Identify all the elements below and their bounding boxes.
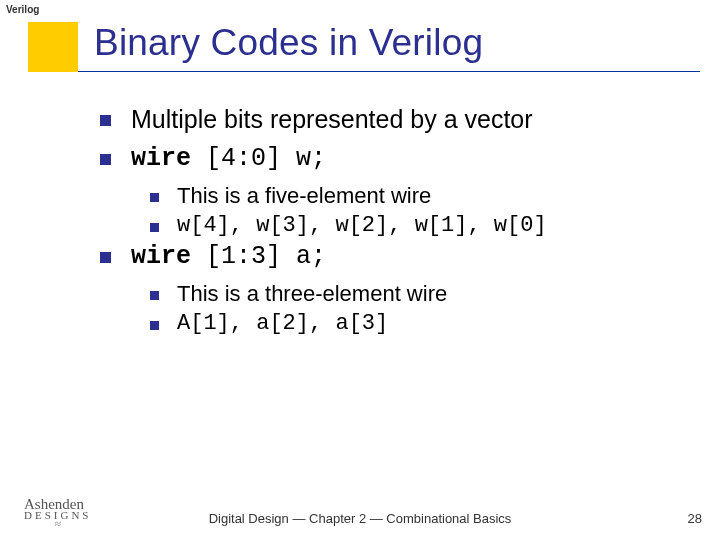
bullet-level2: A[1], a[2], a[3] bbox=[150, 311, 680, 336]
content-area: Multiple bits represented by a vector wi… bbox=[100, 105, 680, 340]
square-bullet-icon bbox=[100, 115, 111, 126]
slide-title: Binary Codes in Verilog bbox=[94, 22, 483, 64]
bullet-level2: This is a five-element wire bbox=[150, 183, 680, 209]
square-bullet-icon bbox=[150, 321, 159, 330]
header-label: Verilog bbox=[6, 4, 39, 15]
accent-block bbox=[28, 22, 78, 72]
code-rest: [4:0] w; bbox=[191, 144, 326, 173]
square-bullet-icon bbox=[150, 291, 159, 300]
bullet-text: Multiple bits represented by a vector bbox=[131, 105, 533, 134]
bullet-text: This is a three-element wire bbox=[177, 281, 447, 307]
code-rest: [1:3] a; bbox=[191, 242, 326, 271]
bullet-text: w[4], w[3], w[2], w[1], w[0] bbox=[177, 213, 547, 238]
keyword: wire bbox=[131, 144, 191, 173]
keyword: wire bbox=[131, 242, 191, 271]
bullet-level1: Multiple bits represented by a vector bbox=[100, 105, 680, 134]
square-bullet-icon bbox=[150, 223, 159, 232]
bullet-level1: wire [1:3] a; bbox=[100, 242, 680, 271]
bullet-level2: w[4], w[3], w[2], w[1], w[0] bbox=[150, 213, 680, 238]
bullet-text: wire [4:0] w; bbox=[131, 144, 326, 173]
square-bullet-icon bbox=[100, 252, 111, 263]
bullet-text: This is a five-element wire bbox=[177, 183, 431, 209]
square-bullet-icon bbox=[100, 154, 111, 165]
bullet-level1: wire [4:0] w; bbox=[100, 144, 680, 173]
bullet-text: wire [1:3] a; bbox=[131, 242, 326, 271]
page-number: 28 bbox=[688, 511, 702, 526]
square-bullet-icon bbox=[150, 193, 159, 202]
bullet-text: A[1], a[2], a[3] bbox=[177, 311, 388, 336]
bullet-level2: This is a three-element wire bbox=[150, 281, 680, 307]
footer-text: Digital Design — Chapter 2 — Combination… bbox=[0, 511, 720, 526]
title-rule bbox=[78, 71, 700, 72]
